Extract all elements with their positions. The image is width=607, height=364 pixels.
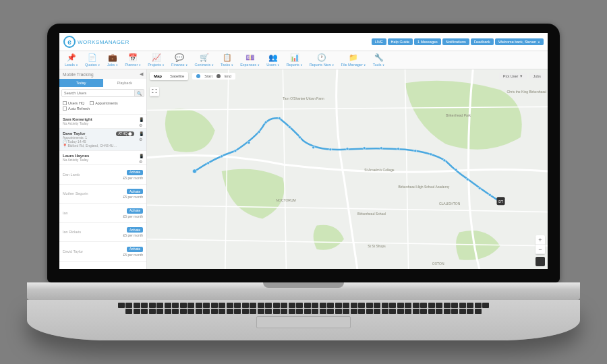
search-input[interactable] [61,89,135,97]
svg-point-17 [414,150,417,152]
svg-point-7 [264,121,267,124]
tracking-sidebar: Mobile Tracking◀ Today Playback 🔍 Users … [59,69,147,269]
nav-reports[interactable]: 📊Reports▼ [287,53,303,67]
streetview-control[interactable] [536,257,545,266]
svg-point-15 [380,147,382,150]
svg-text:DT: DT [498,200,503,204]
svg-point-11 [312,146,315,149]
map-area[interactable]: Map Satellite Start End Plot User ▼ Jobs [147,69,548,269]
svg-point-6 [258,131,260,133]
svg-text:St Anselm's College: St Anselm's College [364,168,395,172]
pie-icon: 📊 [290,53,299,62]
activate-button[interactable]: Activate [127,189,143,194]
clock-icon: 🕐 [317,53,326,62]
svg-point-19 [443,159,446,162]
svg-text:CLAUGHTON: CLAUGHTON [439,202,461,206]
zoom-in-button[interactable]: + [536,235,545,245]
top-buttons: LIVE Help Guide 1 Messages Notifications… [372,38,544,45]
sidebar-tabs: Today Playback [59,79,146,87]
jobs-button[interactable]: Jobs [529,73,545,80]
nav-finance[interactable]: 💬Finance▼ [171,53,188,67]
filter-auto-refresh[interactable]: Auto Refresh [63,107,90,111]
search-button[interactable]: 🔍 [135,89,144,97]
nav-tasks[interactable]: 📋Tasks▼ [221,53,233,67]
nav-tools[interactable]: 🔧Tools▼ [373,53,385,67]
app-logo: e WORKSMANAGER [63,36,129,48]
hq-badge: AT HQ ⬤ [116,131,134,136]
inactive-user: Dan Lamb Activate£5 per month [59,165,146,185]
briefcase-icon: 💼 [108,53,117,62]
activate-button[interactable]: Activate [127,208,143,214]
tab-today[interactable]: Today [59,79,103,87]
map-canvas[interactable]: DT NOCTORUM CLAUGHTON OXTON Birkenhead P… [147,69,548,269]
svg-text:OXTON: OXTON [432,262,444,266]
inactive-user: Mother Segurin Activate£5 per month [59,185,146,204]
filter-users-hq[interactable]: Users HQ [63,101,84,105]
map-type-satellite[interactable]: Satellite [166,72,188,80]
chat-icon: 💬 [175,53,184,62]
doc-icon: 📄 [88,53,97,62]
activate-button[interactable]: Activate [127,247,143,252]
tab-playback[interactable]: Playback [103,79,147,87]
inactive-user: Ian Rickets Activate£5 per month [59,223,146,243]
activate-button[interactable]: Activate [127,227,143,233]
svg-text:St St Shops: St St Shops [368,244,386,248]
notifications-button[interactable]: Notifications [442,38,469,45]
nav-files[interactable]: 📁File Manager▼ [341,53,366,67]
svg-point-21 [466,178,469,181]
svg-point-22 [478,187,481,189]
svg-point-9 [288,126,291,129]
svg-point-3 [221,155,223,158]
svg-text:Birkenhead High School Academy: Birkenhead High School Academy [398,185,449,189]
logo-text: WORKSMANAGER [78,39,129,45]
svg-point-2 [207,162,210,164]
main-nav: 📌Leads▼ 📄Quotes▼ 💼Jobs▼ 📅Planner▼ 📈Proje… [59,51,548,69]
svg-point-5 [248,142,250,144]
svg-point-4 [234,150,237,152]
fullscreen-control[interactable]: ⛶ [150,87,159,96]
messages-button[interactable]: 1 Messages [414,38,441,45]
chart-icon: 📈 [152,53,161,62]
phone-icon: 📱 [139,131,144,136]
activate-button[interactable]: Activate [127,170,143,175]
top-bar: e WORKSMANAGER LIVE Help Guide 1 Message… [59,33,548,51]
user-item[interactable]: Sam Kenwright No Activity Today 📱⚙ [59,115,146,129]
svg-text:Birkenhead Park: Birkenhead Park [446,113,471,117]
nav-quotes[interactable]: 📄Quotes▼ [85,53,100,67]
plot-user-button[interactable]: Plot User ▼ [499,73,527,80]
map-type-switch: Map Satellite [150,72,188,80]
user-list: Sam Kenwright No Activity Today 📱⚙ Dave … [59,115,146,269]
svg-point-18 [430,153,432,156]
filter-appointments[interactable]: Appointments [90,101,118,105]
svg-point-23 [488,193,491,196]
user-item[interactable]: Laura Haynes No Activity Today 📱⚙ [59,151,146,165]
nav-expenses[interactable]: 💷Expenses▼ [240,53,260,67]
sidebar-title: Mobile Tracking◀ [59,69,146,79]
settings-icon[interactable]: ⚙ [139,159,144,164]
clipboard-icon: 📋 [223,53,232,62]
nav-contracts[interactable]: 🛒Contracts▼ [195,53,214,67]
inactive-user: Ian Activate£5 per month [59,204,146,223]
nav-users[interactable]: 👥Users▼ [266,53,279,67]
user-menu-button[interactable]: Welcome back, Steven ▼ [495,38,544,45]
map-type-map[interactable]: Map [150,72,166,80]
phone-icon: 📱 [139,154,144,158]
nav-leads[interactable]: 📌Leads▼ [65,53,78,67]
svg-point-14 [363,147,366,150]
nav-planner[interactable]: 📅Planner▼ [125,53,141,67]
nav-reports-new[interactable]: 🕐Reports New▼ [310,53,335,67]
pin-icon: 📌 [67,53,76,62]
nav-jobs[interactable]: 💼Jobs▼ [107,53,119,67]
settings-icon[interactable]: ⚙ [139,123,144,127]
user-item-selected[interactable]: Dave Taylor Appointments: 1 🕐 Today 14:4… [59,129,146,151]
zoom-out-button[interactable]: − [536,245,545,254]
feedback-button[interactable]: Feedback [471,38,494,45]
live-button[interactable]: LIVE [372,38,386,45]
nav-projects[interactable]: 📈Projects▼ [148,53,165,67]
users-icon: 👥 [268,53,278,62]
settings-icon[interactable]: ⚙ [139,137,144,142]
help-button[interactable]: Help Guide [388,38,413,45]
svg-point-8 [278,117,281,119]
phone-icon: 📱 [139,117,144,122]
svg-point-13 [346,148,349,150]
